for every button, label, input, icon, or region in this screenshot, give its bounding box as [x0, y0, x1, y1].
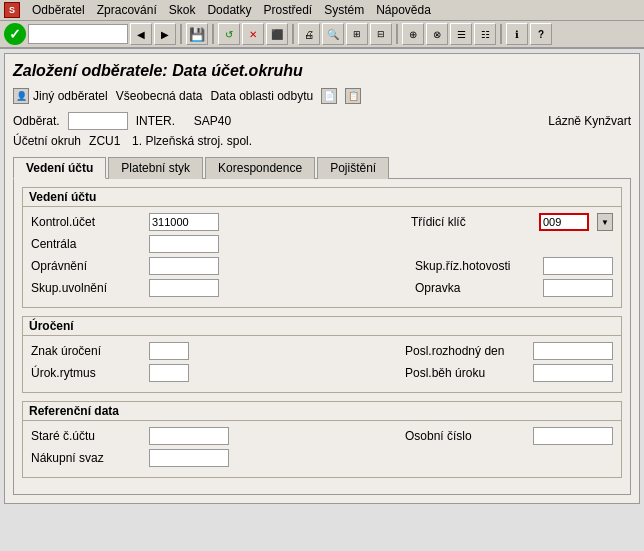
nakupni-svaz-label: Nákupní svaz	[31, 451, 141, 465]
opravneni-label: Oprávnění	[31, 259, 141, 273]
sep1	[180, 24, 182, 44]
sep4	[396, 24, 398, 44]
skup-riz-label: Skup.říz.hotovosti	[415, 259, 535, 273]
centrala-label: Centrála	[31, 237, 141, 251]
btn8[interactable]: ☰	[450, 23, 472, 45]
tabs-row: Vedení účtu Platební styk Korespondence …	[13, 156, 631, 178]
btn4[interactable]: ⊞	[346, 23, 368, 45]
kontrol-ucet-label: Kontrol.účet	[31, 215, 141, 229]
data-oblasti-btn[interactable]: Data oblasti odbytu	[210, 89, 313, 103]
odberatel-input[interactable]	[68, 112, 128, 130]
btn6[interactable]: ⊕	[402, 23, 424, 45]
section-uroceni-title: Úročení	[23, 317, 621, 336]
stare-cislo-label: Staré č.účtu	[31, 429, 141, 443]
section-vedeni-uctu-body: Kontrol.účet Třídicí klíč ▼ Centrála Opr…	[23, 207, 621, 307]
save-btn[interactable]: 💾	[186, 23, 208, 45]
menu-logo-icon: S	[4, 2, 20, 18]
sep2	[212, 24, 214, 44]
section-referencni-body: Staré č.účtu Osobní číslo Nákupní svaz	[23, 421, 621, 477]
refresh-btn[interactable]: ↺	[218, 23, 240, 45]
kontrol-ucet-input[interactable]	[149, 213, 219, 231]
menu-item-dodatky[interactable]: Dodatky	[207, 3, 251, 17]
opravneni-input[interactable]	[149, 257, 219, 275]
menu-item-zpracovani[interactable]: Zpracování	[97, 3, 157, 17]
print-btn[interactable]: 🖨	[298, 23, 320, 45]
menu-item-napoveda[interactable]: Nápověda	[376, 3, 431, 17]
icon1: 📄	[321, 88, 337, 104]
form-row-kontrol: Kontrol.účet Třídicí klíč ▼	[31, 213, 613, 231]
help-btn[interactable]: ?	[530, 23, 552, 45]
city: Lázně Kynžvart	[548, 114, 631, 128]
jinny-odberatel-icon: 👤	[13, 88, 29, 104]
stare-cislo-input[interactable]	[149, 427, 229, 445]
opravka-label: Opravka	[415, 281, 535, 295]
sep5	[500, 24, 502, 44]
ucetni-okruh-label: Účetní okruh	[13, 134, 81, 148]
odberatel-code: SAP40	[194, 114, 244, 128]
znak-uroceni-label: Znak úročení	[31, 344, 141, 358]
urok-rytmus-label: Úrok.rytmus	[31, 366, 141, 380]
main-content: Založení odběratele: Data účet.okruhu 👤 …	[4, 53, 640, 504]
section-referencni: Referenční data Staré č.účtu Osobní čísl…	[22, 401, 622, 478]
find-btn[interactable]: 🔍	[322, 23, 344, 45]
toolbar: ✓ ◀ ▶ 💾 ↺ ✕ ⬛ 🖨 🔍 ⊞ ⊟ ⊕ ⊗ ☰ ☷ ℹ ?	[0, 21, 644, 49]
header-row1: Odběrat. INTER. SAP40 Lázně Kynžvart	[13, 112, 631, 130]
znak-uroceni-input[interactable]	[149, 342, 189, 360]
ucetni-okruh-value: ZCU1	[89, 134, 124, 148]
menu-item-system[interactable]: Systém	[324, 3, 364, 17]
skup-riz-input[interactable]	[543, 257, 613, 275]
tridiciklic-btn[interactable]: ▼	[597, 213, 613, 231]
form-row-opravneni: Oprávnění Skup.říz.hotovosti	[31, 257, 613, 275]
tab-vedeni-uctu[interactable]: Vedení účtu	[13, 157, 106, 179]
jinny-odberatel-btn[interactable]: 👤 Jiný odběratel	[13, 88, 108, 104]
icon-btn1[interactable]: 📄	[321, 88, 337, 104]
menu-item-odberatel[interactable]: Odběratel	[32, 3, 85, 17]
tab-content: Vedení účtu Kontrol.účet Třídicí klíč ▼ …	[13, 178, 631, 495]
header-row2: Účetní okruh ZCU1 1. Plzeňská stroj. spo…	[13, 134, 631, 148]
odberatel-label: Odběrat.	[13, 114, 60, 128]
tridiciklic-label: Třídicí klíč	[411, 215, 531, 229]
stop-btn[interactable]: ✕	[242, 23, 264, 45]
skup-uvolneni-label: Skup.uvolnění	[31, 281, 141, 295]
vseobecna-data-btn[interactable]: Všeobecná data	[116, 89, 203, 103]
btn5[interactable]: ⊟	[370, 23, 392, 45]
skup-uvolneni-input[interactable]	[149, 279, 219, 297]
tab-korespondence[interactable]: Korespondence	[205, 157, 315, 179]
osobni-cislo-input[interactable]	[533, 427, 613, 445]
section-uroceni: Úročení Znak úročení Posl.rozhodný den Ú…	[22, 316, 622, 393]
tab-pojisteni[interactable]: Pojištění	[317, 157, 389, 179]
posl-rozhodny-input[interactable]	[533, 342, 613, 360]
urok-rytmus-input[interactable]	[149, 364, 189, 382]
forward-btn[interactable]: ▶	[154, 23, 176, 45]
nakupni-svaz-input[interactable]	[149, 449, 229, 467]
btn7[interactable]: ⊗	[426, 23, 448, 45]
menu-item-skok[interactable]: Skok	[169, 3, 196, 17]
icon-btn2[interactable]: 📋	[345, 88, 361, 104]
form-row-centrala: Centrála	[31, 235, 613, 253]
centrala-input[interactable]	[149, 235, 219, 253]
tridiciklic-input[interactable]	[539, 213, 589, 231]
osobni-cislo-label: Osobní číslo	[405, 429, 525, 443]
posl-beh-label: Posl.běh úroku	[405, 366, 525, 380]
posl-beh-input[interactable]	[533, 364, 613, 382]
section-vedeni-uctu-title: Vedení účtu	[23, 188, 621, 207]
section-uroceni-body: Znak úročení Posl.rozhodný den Úrok.rytm…	[23, 336, 621, 392]
menu-item-prostredi[interactable]: Prostředí	[263, 3, 312, 17]
btn9[interactable]: ☷	[474, 23, 496, 45]
ucetni-okruh-name: 1. Plzeňská stroj. spol.	[132, 134, 252, 148]
section-referencni-title: Referenční data	[23, 402, 621, 421]
tab-platebni-styk[interactable]: Platební styk	[108, 157, 203, 179]
opravka-input[interactable]	[543, 279, 613, 297]
back-btn[interactable]: ◀	[130, 23, 152, 45]
info-btn[interactable]: ℹ	[506, 23, 528, 45]
btn3[interactable]: ⬛	[266, 23, 288, 45]
form-row-znak: Znak úročení Posl.rozhodný den	[31, 342, 613, 360]
check-button[interactable]: ✓	[4, 23, 26, 45]
command-input[interactable]	[28, 24, 128, 44]
menu-bar: S Odběratel Zpracování Skok Dodatky Pros…	[0, 0, 644, 21]
form-row-urok-rytmus: Úrok.rytmus Posl.běh úroku	[31, 364, 613, 382]
icon2: 📋	[345, 88, 361, 104]
page-title: Založení odběratele: Data účet.okruhu	[13, 62, 631, 80]
odberatel-value: INTER.	[136, 114, 186, 128]
section-vedeni-uctu: Vedení účtu Kontrol.účet Třídicí klíč ▼ …	[22, 187, 622, 308]
